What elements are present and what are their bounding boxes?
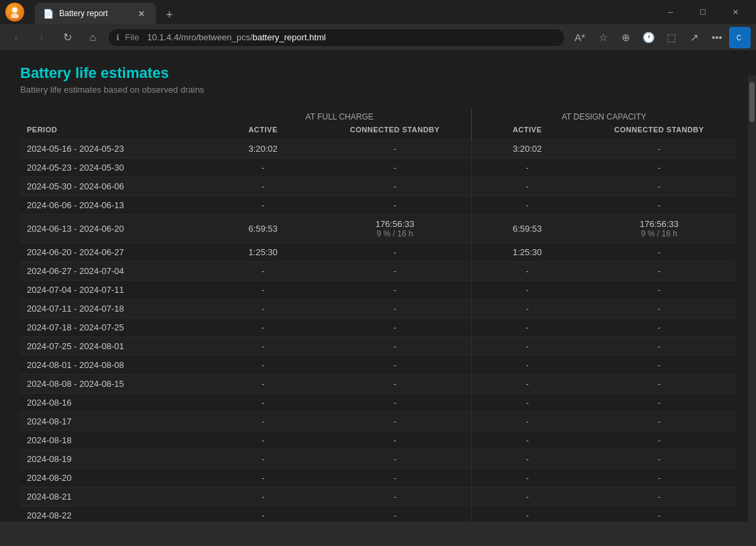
cell-active2: 1:25:30 xyxy=(472,243,583,262)
title-bar: 📄 Battery report ✕ + ─ ☐ ✕ xyxy=(0,0,756,24)
history-button[interactable]: 🕐 xyxy=(638,27,659,48)
maximize-button[interactable]: ☐ xyxy=(687,1,718,23)
cell-period: 2024-07-25 - 2024-08-01 xyxy=(20,337,208,356)
cell-standby1: - xyxy=(319,450,472,469)
table-row: 2024-08-19 - - - - xyxy=(20,450,736,469)
table-row: 2024-06-27 - 2024-07-04 - - - - xyxy=(20,262,736,281)
cell-period: 2024-08-20 xyxy=(20,469,208,488)
cell-active2: - xyxy=(472,469,583,488)
address-file: battery_report.html xyxy=(253,32,326,42)
copilot-button[interactable]: C xyxy=(729,27,751,48)
table-body: 2024-05-16 - 2024-05-23 3:20:02 - 3:20:0… xyxy=(20,140,736,522)
cell-period: 2024-05-30 - 2024-06-06 xyxy=(20,177,208,196)
svg-text:C: C xyxy=(737,34,741,42)
nav-bar: ‹ › ↻ ⌂ ℹ File 10.1.4.4/mro/between_pcs/… xyxy=(0,24,756,51)
table-row: 2024-08-08 - 2024-08-15 - - - - xyxy=(20,375,736,394)
cell-standby2: - xyxy=(583,140,736,158)
cell-active2: 3:20:02 xyxy=(472,140,583,158)
cell-active1: - xyxy=(208,431,319,450)
cell-active1: - xyxy=(208,337,319,356)
share-button[interactable]: ↗ xyxy=(683,27,705,48)
cell-active1: - xyxy=(208,300,319,318)
home-button[interactable]: ⌂ xyxy=(82,27,103,48)
browser-essentials-button[interactable]: ⊕ xyxy=(615,27,636,48)
tab-battery-report[interactable]: 📄 Battery report ✕ xyxy=(35,3,156,24)
cell-period: 2024-06-27 - 2024-07-04 xyxy=(20,262,208,281)
minimize-button[interactable]: ─ xyxy=(655,1,686,23)
cell-period: 2024-07-18 - 2024-07-25 xyxy=(20,318,208,337)
cell-active2: - xyxy=(472,262,583,281)
address-bar[interactable]: ℹ File 10.1.4.4/mro/between_pcs/battery_… xyxy=(108,28,565,47)
cell-standby2: - xyxy=(583,356,736,375)
cell-standby2: - xyxy=(583,196,736,215)
cell-standby2: - xyxy=(583,488,736,506)
cell-standby1: - xyxy=(319,243,472,262)
cell-active1: - xyxy=(208,158,319,177)
scrollbar-track[interactable] xyxy=(748,75,756,522)
cell-period: 2024-07-04 - 2024-07-11 xyxy=(20,281,208,300)
cell-standby2: - xyxy=(583,158,736,177)
cell-period: 2024-08-16 xyxy=(20,394,208,412)
cell-period: 2024-08-17 xyxy=(20,412,208,431)
cell-standby1: 176:56:339 % / 16 h xyxy=(319,215,472,243)
refresh-button[interactable]: ↻ xyxy=(56,27,78,48)
cell-standby1: - xyxy=(319,140,472,158)
col-header-period: PERIOD xyxy=(20,123,208,140)
cell-active2: - xyxy=(472,450,583,469)
battery-table: AT FULL CHARGE AT DESIGN CAPACITY PERIOD… xyxy=(20,108,736,522)
new-tab-button[interactable]: + xyxy=(160,5,179,24)
cell-active2: 6:59:53 xyxy=(472,215,583,243)
cell-standby2: - xyxy=(583,318,736,337)
page-content: Battery life estimates Battery life esti… xyxy=(0,51,756,522)
cell-standby2: - xyxy=(583,243,736,262)
cell-active1: - xyxy=(208,281,319,300)
favorites-button[interactable]: ☆ xyxy=(592,27,614,48)
cell-standby2: - xyxy=(583,300,736,318)
cell-standby1: - xyxy=(319,375,472,394)
address-url: 10.1.4.4/mro/between_pcs/battery_report.… xyxy=(147,32,556,42)
cell-period: 2024-08-19 xyxy=(20,450,208,469)
more-button[interactable]: ••• xyxy=(706,27,728,48)
cell-standby1: - xyxy=(319,469,472,488)
cell-active2: - xyxy=(472,196,583,215)
tab-label: Battery report xyxy=(59,9,108,18)
cell-active1: - xyxy=(208,375,319,394)
col-header-active2: ACTIVE xyxy=(472,123,583,140)
cell-period: 2024-07-11 - 2024-07-18 xyxy=(20,300,208,318)
window-controls: ─ ☐ ✕ xyxy=(655,1,751,23)
cell-standby2: - xyxy=(583,431,736,450)
section-header-full-charge: AT FULL CHARGE xyxy=(208,108,472,123)
cell-period: 2024-06-20 - 2024-06-27 xyxy=(20,243,208,262)
cell-active1: - xyxy=(208,262,319,281)
cell-active2: - xyxy=(472,375,583,394)
cell-active2: - xyxy=(472,158,583,177)
address-info-icon: ℹ xyxy=(116,33,120,42)
cell-standby1: - xyxy=(319,431,472,450)
close-window-button[interactable]: ✕ xyxy=(720,1,751,23)
tab-close-button[interactable]: ✕ xyxy=(135,7,148,20)
cell-period: 2024-06-13 - 2024-06-20 xyxy=(20,215,208,243)
title-bar-left: 📄 Battery report ✕ + xyxy=(5,0,184,24)
scrollbar-thumb[interactable] xyxy=(749,82,755,122)
read-aloud-button[interactable]: A* xyxy=(569,27,591,48)
cell-period: 2024-06-06 - 2024-06-13 xyxy=(20,196,208,215)
cell-standby2: - xyxy=(583,506,736,522)
page-title: Battery life estimates xyxy=(20,64,736,82)
table-row: 2024-08-20 - - - - xyxy=(20,469,736,488)
cell-active2: - xyxy=(472,300,583,318)
cell-standby1: - xyxy=(319,300,472,318)
table-row: 2024-08-21 - - - - xyxy=(20,488,736,506)
col-header-standby2: CONNECTED STANDBY xyxy=(583,123,736,140)
profile-avatar[interactable] xyxy=(5,3,24,21)
cell-standby2: - xyxy=(583,469,736,488)
section-header-empty xyxy=(20,108,208,123)
forward-button[interactable]: › xyxy=(31,27,52,48)
cell-period: 2024-08-08 - 2024-08-15 xyxy=(20,375,208,394)
screenshot-button[interactable]: ⬚ xyxy=(661,27,682,48)
table-row: 2024-05-16 - 2024-05-23 3:20:02 - 3:20:0… xyxy=(20,140,736,158)
back-button[interactable]: ‹ xyxy=(5,27,27,48)
section-header-design-capacity: AT DESIGN CAPACITY xyxy=(472,108,736,123)
cell-standby1: - xyxy=(319,281,472,300)
cell-active1: - xyxy=(208,196,319,215)
cell-active1: - xyxy=(208,394,319,412)
